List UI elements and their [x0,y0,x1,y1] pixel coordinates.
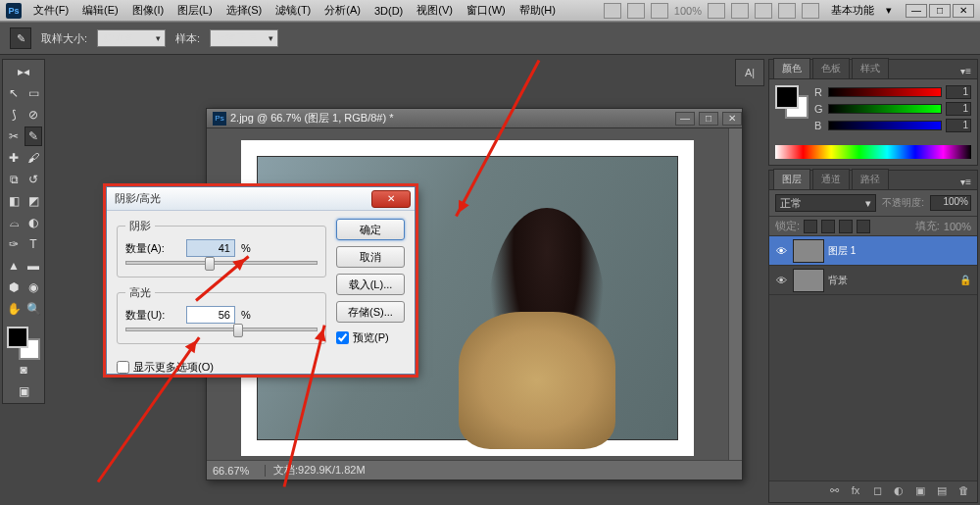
dialog-titlebar[interactable]: 阴影/高光 ✕ [107,187,415,211]
brush-tool-icon[interactable]: 🖌 [24,148,42,168]
b-slider[interactable] [828,121,942,130]
group-icon[interactable]: ▣ [912,484,928,500]
panel-menu-icon[interactable]: ▾≡ [955,64,977,78]
zoom-tool-icon[interactable]: 🔍 [24,299,42,319]
vertical-scrollbar[interactable] [728,128,742,460]
workspace-switcher[interactable]: 基本功能 [825,1,880,20]
crop-tool-icon[interactable]: ✂ [5,126,23,146]
menu-3d[interactable]: 3D(D) [368,3,409,19]
arrange-docs-icon[interactable] [778,3,796,19]
color-swatches[interactable] [5,325,42,358]
window-minimize-icon[interactable]: — [906,4,927,18]
doc-close-icon[interactable]: ✕ [722,112,742,126]
r-slider[interactable] [828,87,942,97]
swatches-tab[interactable]: 色板 [812,58,850,78]
move-tool-icon[interactable]: ↖ [5,83,23,103]
eyedropper-tool-icon[interactable]: ✎ [24,126,42,146]
rotate-view-icon[interactable] [755,3,772,19]
current-tool-eyedropper-icon[interactable]: ✎ [10,27,31,49]
preview-checkbox[interactable] [336,331,349,344]
heal-tool-icon[interactable]: ✚ [5,148,23,168]
workspace-chevron-icon[interactable]: ▾ [886,4,892,17]
more-options-checkbox[interactable] [117,361,129,374]
paths-tab[interactable]: 路径 [852,169,889,189]
menu-select[interactable]: 选择(S) [220,1,269,20]
toolbox-handle-icon[interactable]: ▸◂ [5,62,42,81]
color-swatch-group[interactable] [775,85,808,119]
fg-swatch[interactable] [775,85,799,109]
cancel-button[interactable]: 取消 [336,246,405,268]
quick-select-tool-icon[interactable]: ⊘ [24,105,42,125]
load-button[interactable]: 载入(L)... [336,274,405,295]
shadows-amount-slider[interactable] [125,261,318,265]
blend-mode-select[interactable]: 正常▾ [775,194,876,212]
link-layers-icon[interactable]: ⚯ [826,484,842,500]
opacity-input[interactable]: 100% [930,195,971,211]
launch-minibridge-icon[interactable] [627,3,645,19]
zoom-display[interactable]: 100% [674,5,702,17]
styles-tab[interactable]: 样式 [852,58,889,78]
highlights-amount-input[interactable] [186,306,235,324]
doc-minimize-icon[interactable]: — [675,112,695,126]
layer-row[interactable]: 👁 背景 🔒 [769,266,977,295]
panel-menu-icon[interactable]: ▾≡ [955,175,977,189]
layers-tab[interactable]: 图层 [773,169,810,189]
color-tab[interactable]: 颜色 [773,58,810,78]
3d-tool-icon[interactable]: ⬢ [5,278,23,297]
dialog-close-icon[interactable]: ✕ [371,190,411,208]
view-extras-icon[interactable] [651,3,668,19]
ok-button[interactable]: 确定 [336,219,405,240]
3d-camera-tool-icon[interactable]: ◉ [24,278,42,297]
character-panel-icon[interactable]: A| [735,59,764,86]
pen-tool-icon[interactable]: ✑ [5,234,23,254]
visibility-icon[interactable]: 👁 [773,275,789,286]
quickmask-icon[interactable]: ◙ [5,360,42,379]
r-value[interactable]: 1 [946,85,971,99]
shape-tool-icon[interactable]: ▬ [24,256,42,276]
sample-select[interactable]: 所有图层 [210,29,278,47]
document-titlebar[interactable]: Ps 2.jpg @ 66.7% (图层 1, RGB/8#) * — □ ✕ [207,109,742,128]
menu-edit[interactable]: 编辑(E) [76,1,124,20]
menu-view[interactable]: 视图(V) [411,1,459,20]
layer-name[interactable]: 图层 1 [828,244,973,258]
hand-tool-icon[interactable] [708,3,725,19]
lock-image-icon[interactable] [821,220,835,233]
sample-size-select[interactable]: 取样点 [97,29,166,47]
type-tool-icon[interactable]: T [24,234,42,254]
delete-layer-icon[interactable]: 🗑 [956,484,971,500]
new-layer-icon[interactable]: ▤ [934,484,950,500]
lasso-tool-icon[interactable]: ⟆ [5,105,23,125]
color-ramp[interactable] [775,145,971,159]
menu-image[interactable]: 图像(I) [126,1,170,20]
layer-row[interactable]: 👁 图层 1 [769,236,977,266]
lock-position-icon[interactable] [839,220,853,233]
zoom-tool-icon[interactable] [731,3,749,19]
menu-analysis[interactable]: 分析(A) [318,1,367,20]
visibility-icon[interactable]: 👁 [773,245,789,257]
window-close-icon[interactable]: ✕ [953,4,974,18]
blur-tool-icon[interactable]: ⌓ [5,213,23,232]
dodge-tool-icon[interactable]: ◐ [24,213,42,232]
hand-tool-icon[interactable]: ✋ [5,299,23,319]
layer-mask-icon[interactable]: ◻ [869,484,885,500]
launch-bridge-icon[interactable] [604,3,621,19]
save-button[interactable]: 存储(S)... [336,301,405,323]
highlights-amount-slider[interactable] [125,328,318,331]
fill-input[interactable]: 100% [944,221,971,232]
screenmode-icon[interactable]: ▣ [5,381,42,401]
menu-filter[interactable]: 滤镜(T) [270,1,317,20]
g-value[interactable]: 1 [946,102,971,116]
gradient-tool-icon[interactable]: ◩ [24,191,42,211]
menu-window[interactable]: 窗口(W) [461,1,512,20]
menu-help[interactable]: 帮助(H) [514,1,562,20]
b-value[interactable]: 1 [946,119,971,132]
layer-style-icon[interactable]: fx [848,484,863,500]
screen-mode-icon[interactable] [802,3,819,19]
shadows-amount-input[interactable] [186,239,235,257]
adjustment-layer-icon[interactable]: ◐ [891,484,906,500]
menu-layer[interactable]: 图层(L) [172,1,218,20]
history-brush-tool-icon[interactable]: ↺ [24,170,42,189]
doc-maximize-icon[interactable]: □ [699,112,718,126]
path-select-tool-icon[interactable]: ▲ [5,256,23,276]
g-slider[interactable] [828,104,942,114]
